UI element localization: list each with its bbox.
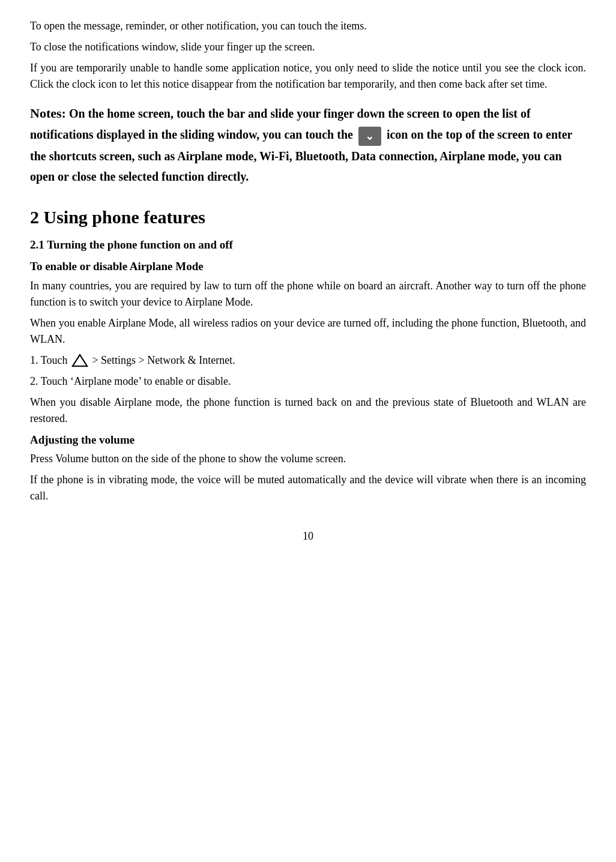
adjusting-volume-heading: Adjusting the volume (30, 432, 586, 449)
adjusting-paragraph-2: If the phone is in vibrating mode, the v… (30, 472, 586, 504)
paragraph-1: To open the message, reminder, or other … (30, 18, 586, 34)
touch-step-2: 2. Touch ‘Airplane mode’ to enable or di… (30, 373, 586, 390)
adjusting-paragraph-1: Press Volume button on the side of the p… (30, 451, 586, 467)
subsection-2-1-heading: 2.1 Turning the phone function on and of… (30, 237, 586, 254)
settings-icon (71, 353, 88, 370)
touch-step-1-line: 1. Touch > Settings > Network & Internet… (30, 352, 586, 370)
dropdown-icon-box: ⌄ (358, 127, 381, 146)
section-2-heading: 2 Using phone features (30, 203, 586, 231)
notes-inline-text: Notes: On the home screen, touch the bar… (30, 107, 572, 183)
airplane-paragraph-3: When you disable Airplane mode, the phon… (30, 394, 586, 427)
airplane-paragraph-2: When you enable Airplane Mode, all wirel… (30, 315, 586, 348)
page-content: To open the message, reminder, or other … (30, 18, 586, 544)
notes-block: Notes: On the home screen, touch the bar… (30, 102, 586, 187)
svg-marker-0 (73, 355, 87, 366)
page-number: 10 (30, 528, 586, 544)
touch-step-1-pre: 1. Touch (30, 354, 67, 366)
touch-step-1-post: > Settings > Network & Internet. (92, 354, 235, 366)
paragraph-3: If you are temporarily unable to handle … (30, 60, 586, 92)
notes-label: Notes: (30, 106, 66, 121)
dropdown-chevron-icon: ⌄ (365, 130, 374, 142)
airplane-mode-heading: To enable or disable Airplane Mode (30, 258, 586, 276)
airplane-paragraph-1: In many countries, you are required by l… (30, 278, 586, 310)
paragraph-2: To close the notifications window, slide… (30, 39, 586, 55)
